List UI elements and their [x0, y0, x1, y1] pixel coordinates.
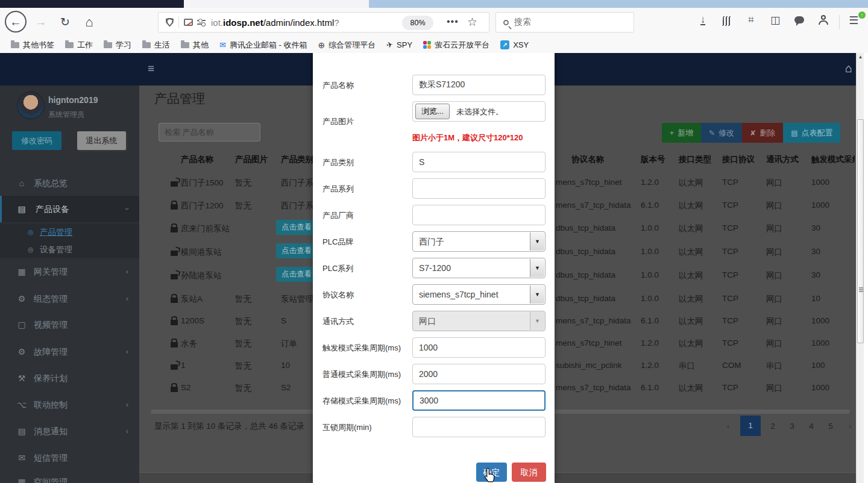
cancel-button[interactable]: 取消	[512, 463, 546, 482]
bookmark-label: 萤石云开放平台	[435, 40, 489, 51]
globe-icon: ⊕	[318, 40, 325, 50]
bookmark-item[interactable]: ↗XSY	[500, 40, 529, 49]
product_series-input[interactable]	[412, 178, 546, 199]
home-button[interactable]: ⌂	[80, 13, 99, 32]
bookmark-label: 工作	[77, 40, 93, 51]
edit-button[interactable]: ✎修改	[701, 123, 742, 143]
bookmark-item[interactable]: 萤石云开放平台	[423, 40, 489, 51]
protocol_name-select[interactable]: siemens_s7tcp_hinet▼	[412, 284, 546, 305]
product_category-input[interactable]	[412, 152, 546, 172]
forward-button[interactable]: →	[31, 13, 51, 32]
page-scrollbar[interactable]: ▲	[856, 53, 864, 483]
normal_cycle-input[interactable]	[412, 364, 546, 384]
sidebar-item-3[interactable]: ◎产品管理	[0, 223, 139, 241]
page-actions-icon[interactable]: •••	[447, 16, 459, 27]
downloads-icon[interactable]: ↓	[694, 14, 711, 26]
bookmark-item[interactable]: 其他	[181, 40, 209, 51]
comm_mode-select: 网口▼	[412, 311, 546, 331]
sidebar-item-9[interactable]: ⚒保养计划	[0, 365, 139, 391]
lock-icon	[171, 204, 178, 210]
sidebar-item-1[interactable]: ⌂系统总览	[0, 170, 139, 196]
search-bar[interactable]: 搜索	[495, 12, 634, 33]
pagination-page-3[interactable]: 3	[784, 422, 800, 431]
permissions-icon[interactable]	[197, 19, 206, 26]
doc-icon: ▤	[791, 129, 797, 137]
product_name-input[interactable]	[412, 75, 546, 95]
sidebar-item-12[interactable]: ✉短信管理	[0, 444, 139, 471]
logout-button[interactable]: 退出系统	[77, 131, 126, 150]
plc_brand-select[interactable]: 西门子▼	[412, 231, 546, 252]
folder-icon	[104, 42, 112, 48]
screenshot-tool-icon[interactable]: ⌗	[743, 14, 760, 26]
sidebars-icon[interactable]: ◫	[767, 14, 784, 26]
scrollbar-thumb[interactable]	[857, 119, 864, 343]
navbar-home-icon[interactable]: ⌂	[845, 61, 852, 75]
images-blocked-icon[interactable]	[184, 19, 193, 26]
trigger_cycle-input[interactable]	[412, 337, 546, 358]
view-image-button[interactable]: 点击查看	[276, 267, 317, 282]
tracking-protection-shield-icon[interactable]	[166, 18, 174, 27]
storage_cycle-input[interactable]	[412, 390, 546, 411]
cell-version: 1.2.0	[641, 178, 659, 187]
pagination-page-2[interactable]: 2	[765, 422, 781, 431]
cell-interface_protocol: TCP	[722, 270, 738, 279]
interlock_cycle-input[interactable]	[412, 417, 546, 437]
product_series-label: 产品系列	[322, 184, 354, 195]
library-icon[interactable]	[719, 16, 735, 29]
chevron-down-icon[interactable]: ▼	[530, 232, 544, 251]
unlock-icon	[171, 274, 178, 279]
cell-interface_type: 以太网	[679, 201, 703, 211]
bookmark-item[interactable]: ⊕综合管理平台	[318, 40, 376, 51]
sidebar-item-5[interactable]: ▦网关管理‹	[0, 258, 139, 285]
cell-interface_type: 以太网	[679, 178, 703, 189]
view-image-button[interactable]: 点击查看	[276, 220, 317, 235]
sidebar-item-label: 产品管理	[40, 223, 72, 241]
bookmark-item[interactable]: 其他书签	[11, 40, 54, 51]
folder-icon	[181, 42, 189, 48]
cfg-button[interactable]: ▤点表配置	[783, 123, 840, 143]
sidebar-item-7[interactable]: ▢视频管理	[0, 311, 139, 338]
product_image-file-input[interactable]: 浏览...未选择文件。	[412, 101, 546, 122]
column-header: 版本号	[641, 154, 665, 165]
bookmark-item[interactable]: 学习	[104, 40, 131, 51]
browse-button[interactable]: 浏览...	[415, 104, 450, 119]
cell-comm: 网口	[766, 383, 782, 394]
sidebar-item-4[interactable]: ◎设备管理	[0, 241, 139, 258]
change-password-button[interactable]: 修改密码	[12, 131, 61, 150]
sidebar-item-10[interactable]: ⌥联动控制‹	[0, 391, 139, 418]
bookmark-item[interactable]: ✉腾讯企业邮箱 - 收件箱	[219, 40, 307, 51]
plc_series-select[interactable]: S7-1200▼	[412, 258, 546, 278]
chevron-down-icon[interactable]: ▼	[530, 312, 544, 330]
bookmark-item[interactable]: 生活	[142, 40, 170, 51]
back-button[interactable]: ←	[5, 11, 27, 33]
url-text[interactable]: iot.idosp.net/admin/index.html?	[211, 17, 339, 28]
zoom-level-indicator[interactable]: 80%	[402, 16, 433, 30]
sidebar-item-2[interactable]: ▤产品设备›	[0, 196, 139, 222]
product_vendor-input[interactable]	[412, 205, 546, 225]
pagination-prev[interactable]: ‹	[720, 422, 736, 431]
folder-icon	[142, 42, 151, 48]
bookmark-item[interactable]: ✈SPY	[386, 40, 412, 49]
url-bar[interactable]: iot.idosp.net/admin/index.html? 80% ••• …	[158, 12, 489, 33]
active-tab[interactable]	[184, 0, 369, 8]
cell-interface_protocol: TCP	[722, 338, 738, 347]
product-search-input[interactable]	[159, 123, 260, 142]
del-button[interactable]: ✘删除	[742, 123, 783, 143]
sidebar-item-11[interactable]: ▤消息通知‹	[0, 418, 139, 444]
chevron-down-icon[interactable]: ▼	[530, 285, 544, 304]
account-icon[interactable]	[815, 15, 832, 25]
sidebar-toggle-icon[interactable]: ≡	[148, 62, 154, 75]
messages-icon[interactable]	[791, 16, 808, 23]
sidebar-item-6[interactable]: ⚙组态管理‹	[0, 285, 139, 312]
reload-button[interactable]: ↻	[55, 13, 75, 32]
chevron-down-icon[interactable]: ▼	[530, 259, 544, 277]
sidebar-item-8[interactable]: ⚙故障管理‹	[0, 338, 139, 365]
pagination-page-4[interactable]: 4	[804, 422, 819, 431]
bookmark-star-icon[interactable]: ☆	[467, 15, 477, 29]
pagination-page-5[interactable]: 5	[823, 422, 838, 431]
pagination-page-1[interactable]: 1	[740, 416, 761, 436]
view-image-button[interactable]: 点击查看	[276, 243, 317, 258]
bookmark-item[interactable]: 工作	[65, 40, 93, 51]
sidebar-item-13[interactable]: ▦空间管理	[0, 469, 139, 483]
add-button[interactable]: +新增	[662, 123, 701, 143]
